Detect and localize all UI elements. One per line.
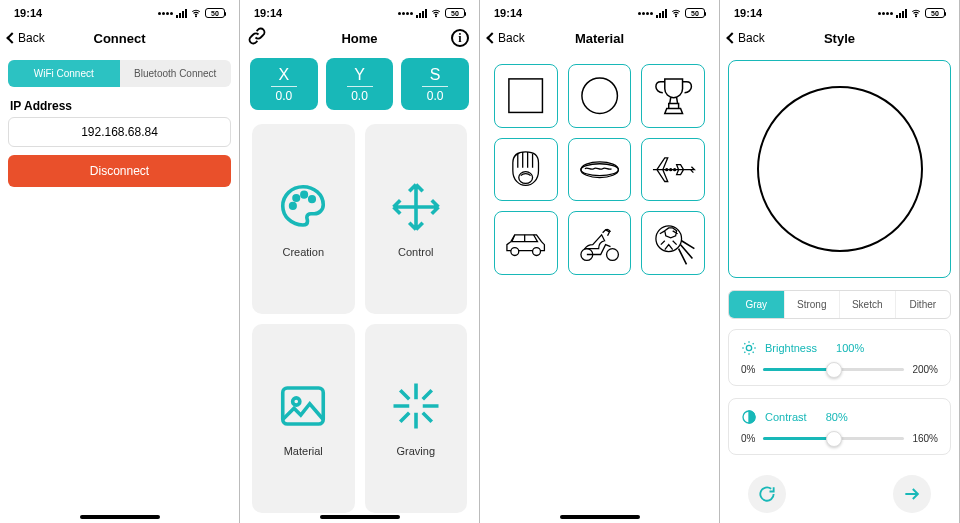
tab-bluetooth[interactable]: Bluetooth Connect xyxy=(120,60,232,87)
svg-point-22 xyxy=(746,345,751,350)
status-icons: 50 xyxy=(878,8,945,18)
status-icons: 50 xyxy=(638,8,705,18)
screen-style: 19:14 50 Back Style Gray Strong Sketch D… xyxy=(720,0,960,523)
slider-thumb[interactable] xyxy=(826,431,842,447)
contrast-slider-row: 0% 160% xyxy=(741,433,938,444)
brightness-box: Brightness 100% 0% 200% xyxy=(728,329,951,386)
navbar: Back Style xyxy=(720,22,959,54)
metrics-row: X0.0 Y0.0 S0.0 xyxy=(240,54,479,114)
metric-value: 0.0 xyxy=(422,86,448,103)
link-icon[interactable] xyxy=(248,27,266,49)
disconnect-button[interactable]: Disconnect xyxy=(8,155,231,187)
next-button[interactable] xyxy=(893,475,931,513)
svg-point-8 xyxy=(676,16,677,17)
navbar: Home i xyxy=(240,22,479,54)
tile-label: Control xyxy=(398,246,433,258)
screen-material: 19:14 50 Back Material xyxy=(480,0,720,523)
contrast-min: 0% xyxy=(741,433,755,444)
connect-tabs: WiFi Connect Bluetooth Connect xyxy=(8,60,231,87)
brightness-slider[interactable] xyxy=(763,368,904,371)
car-icon xyxy=(501,219,550,268)
contrast-box: Contrast 80% 0% 160% xyxy=(728,398,951,455)
tile-label: Graving xyxy=(396,445,435,457)
glove-icon xyxy=(501,145,550,194)
rotate-icon xyxy=(757,484,777,504)
screen-connect: 19:14 50 Back Connect WiFi Connect Bluet… xyxy=(0,0,240,523)
metric-key: S xyxy=(430,66,441,84)
status-time: 19:14 xyxy=(494,7,522,19)
status-icons: 50 xyxy=(398,8,465,18)
status-bar: 19:14 50 xyxy=(0,0,239,22)
contrast-slider[interactable] xyxy=(763,437,904,440)
tile-label: Material xyxy=(284,445,323,457)
signal-icon xyxy=(416,9,427,18)
material-hotdog[interactable] xyxy=(568,138,632,202)
tab-wifi[interactable]: WiFi Connect xyxy=(8,60,120,87)
info-button[interactable]: i xyxy=(451,29,469,47)
brightness-icon xyxy=(741,340,757,356)
signal-icon xyxy=(896,9,907,18)
tile-material[interactable]: Material xyxy=(252,324,355,514)
material-soccerball[interactable] xyxy=(641,211,705,275)
svg-point-0 xyxy=(196,16,197,17)
brightness-min: 0% xyxy=(741,364,755,375)
screen-home: 19:14 50 Home i X0.0 Y0.0 S0.0 Creation … xyxy=(240,0,480,523)
svg-rect-6 xyxy=(283,388,324,424)
status-bar: 19:14 50 xyxy=(720,0,959,22)
page-title: Material xyxy=(575,31,624,46)
svg-rect-9 xyxy=(509,79,543,113)
material-square[interactable] xyxy=(494,64,558,128)
action-row xyxy=(720,465,959,523)
slider-fill xyxy=(763,437,833,440)
brightness-value: 100% xyxy=(836,342,864,354)
tile-graving[interactable]: Graving xyxy=(365,324,468,514)
svg-point-17 xyxy=(533,247,541,255)
metric-value: 0.0 xyxy=(271,86,297,103)
metric-s[interactable]: S0.0 xyxy=(401,58,469,110)
tab-dither[interactable]: Dither xyxy=(896,291,951,318)
page-title: Connect xyxy=(94,31,146,46)
signal-icon xyxy=(176,9,187,18)
wifi-icon xyxy=(670,8,682,18)
tab-sketch[interactable]: Sketch xyxy=(840,291,896,318)
material-scooter[interactable] xyxy=(568,211,632,275)
svg-point-21 xyxy=(916,16,917,17)
image-icon xyxy=(276,379,330,433)
material-glove[interactable] xyxy=(494,138,558,202)
preview-canvas[interactable] xyxy=(728,60,951,278)
metric-x[interactable]: X0.0 xyxy=(250,58,318,110)
tile-control[interactable]: Control xyxy=(365,124,468,314)
material-trophy[interactable] xyxy=(641,64,705,128)
wifi-icon xyxy=(430,8,442,18)
material-airplane[interactable] xyxy=(641,138,705,202)
rotate-button[interactable] xyxy=(748,475,786,513)
slider-thumb[interactable] xyxy=(826,362,842,378)
ip-input[interactable]: 192.168.68.84 xyxy=(8,117,231,147)
metric-y[interactable]: Y0.0 xyxy=(326,58,394,110)
brightness-header: Brightness 100% xyxy=(741,340,938,356)
focus-icon xyxy=(389,379,443,433)
back-button[interactable]: Back xyxy=(8,31,45,45)
material-circle[interactable] xyxy=(568,64,632,128)
svg-point-2 xyxy=(291,203,296,208)
back-button[interactable]: Back xyxy=(488,31,525,45)
cellular-icon xyxy=(158,12,173,15)
battery-icon: 50 xyxy=(925,8,945,18)
svg-point-7 xyxy=(293,398,300,405)
tile-creation[interactable]: Creation xyxy=(252,124,355,314)
soccerball-icon xyxy=(649,219,698,268)
hotdog-icon xyxy=(575,145,624,194)
navbar: Back Material xyxy=(480,22,719,54)
contrast-value: 80% xyxy=(826,411,848,423)
navbar: Back Connect xyxy=(0,22,239,54)
brightness-label: Brightness xyxy=(765,342,817,354)
back-label: Back xyxy=(738,31,765,45)
chevron-left-icon xyxy=(726,32,737,43)
tab-gray[interactable]: Gray xyxy=(729,291,785,318)
material-car[interactable] xyxy=(494,211,558,275)
back-button[interactable]: Back xyxy=(728,31,765,45)
status-time: 19:14 xyxy=(14,7,42,19)
svg-point-5 xyxy=(310,197,315,202)
tab-strong[interactable]: Strong xyxy=(785,291,841,318)
status-bar: 19:14 50 xyxy=(480,0,719,22)
